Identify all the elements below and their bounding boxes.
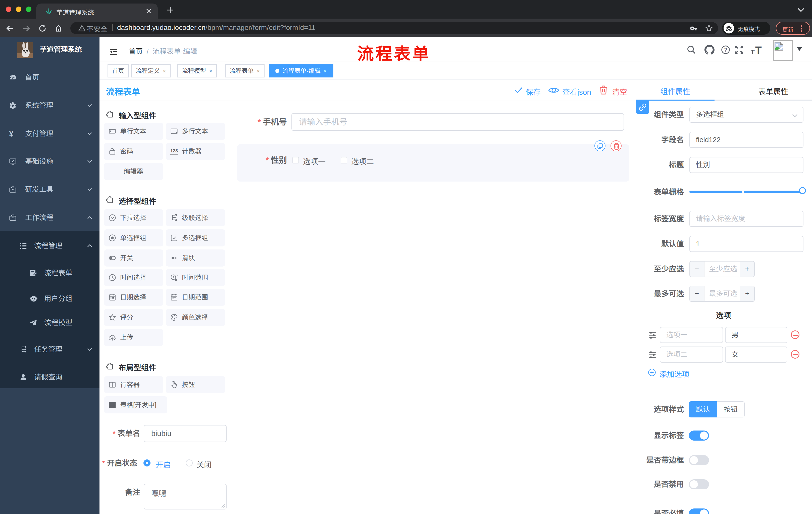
svg-text:?: ? [724, 47, 727, 53]
